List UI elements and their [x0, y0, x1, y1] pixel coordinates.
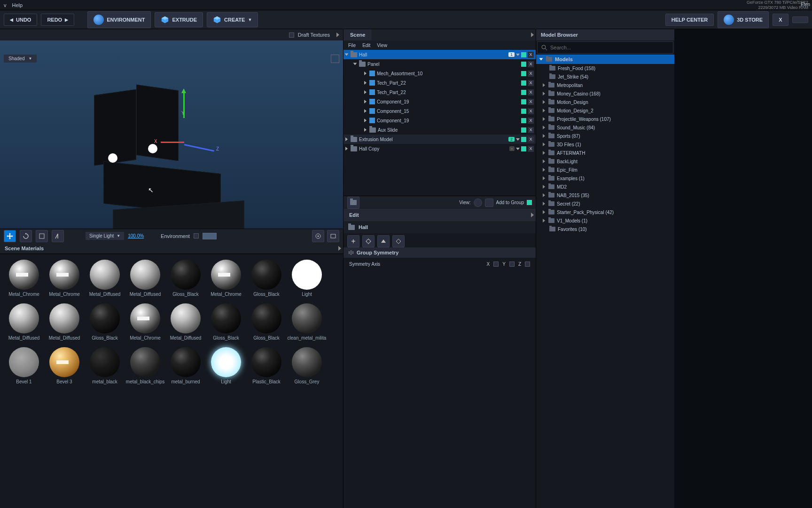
material-item[interactable]: Gloss_Black — [246, 303, 287, 341]
model-row[interactable]: BackLight — [536, 157, 674, 166]
scene-view-menu[interactable]: View — [377, 43, 387, 48]
material-item[interactable]: Gloss_Black — [206, 303, 246, 341]
diamond-tool-button[interactable] — [392, 235, 405, 247]
create-button[interactable]: CREATE▼ — [207, 12, 258, 27]
model-row[interactable]: Projectile_Weapons (107) — [536, 115, 674, 123]
expand-icon[interactable] — [364, 71, 367, 75]
extra-button[interactable] — [792, 16, 808, 23]
collapse-icon[interactable] — [531, 213, 534, 217]
view-mode-button[interactable] — [474, 198, 482, 207]
settings-tool-button[interactable] — [362, 235, 375, 247]
tree-row[interactable]: Tech_Part_22X — [344, 87, 536, 97]
expand-icon[interactable] — [543, 185, 545, 189]
extrude-button[interactable]: EXTRUDE — [155, 12, 203, 27]
expand-icon[interactable] — [543, 202, 545, 206]
model-row[interactable]: Epic_Film — [536, 166, 674, 174]
close-panel-button[interactable]: X — [773, 14, 789, 26]
environment-color-swatch[interactable] — [203, 233, 217, 239]
visibility-toggle[interactable] — [521, 109, 526, 114]
expand-icon[interactable] — [543, 83, 545, 87]
model-row[interactable]: Money_Casino (168) — [536, 89, 674, 98]
visibility-toggle[interactable] — [521, 71, 526, 76]
collapse-icon[interactable] — [338, 246, 341, 251]
3d-viewport[interactable]: Y X Z ↖ — [0, 40, 343, 229]
model-row[interactable]: Fresh_Food (158) — [536, 64, 674, 72]
delete-button[interactable]: X — [528, 118, 534, 124]
redo-button[interactable]: REDO▶ — [41, 14, 74, 26]
expand-icon[interactable] — [543, 168, 545, 172]
material-item[interactable]: Light — [287, 260, 327, 297]
expand-icon[interactable] — [364, 100, 367, 103]
model-row[interactable]: Motion_Design_2 — [536, 106, 674, 115]
delete-button[interactable]: X — [528, 80, 534, 86]
material-item[interactable]: Metal_Diffused — [4, 303, 44, 341]
tree-row[interactable]: Component_19X — [344, 97, 536, 106]
edit-panel-header[interactable]: Edit — [344, 209, 536, 221]
material-item[interactable]: Metal_Chrome — [4, 260, 44, 297]
expand-icon[interactable] — [543, 92, 545, 95]
material-item[interactable]: Metal_Diffused — [85, 260, 125, 297]
model-row[interactable]: Sound_Music (84) — [536, 123, 674, 132]
scale-tool-button[interactable] — [36, 230, 48, 242]
delete-button[interactable]: X — [528, 52, 534, 58]
material-item[interactable]: Metal_Chrome — [44, 260, 85, 297]
expand-icon[interactable] — [345, 137, 348, 141]
menu-view[interactable]: v — [4, 2, 7, 8]
camera-frame-button[interactable] — [327, 230, 339, 242]
dropdown-icon[interactable] — [516, 138, 520, 141]
tree-row-hall-copy[interactable]: Hall Copy -X — [344, 144, 536, 153]
visibility-toggle[interactable] — [521, 99, 526, 104]
expand-icon[interactable] — [543, 193, 545, 197]
add-tool-button[interactable]: + — [347, 235, 359, 247]
undo-button[interactable]: ◀UNDO — [4, 14, 37, 26]
view-mode-button[interactable] — [485, 198, 493, 207]
collapse-icon[interactable] — [531, 32, 534, 37]
material-item[interactable]: clean_metal_milita — [287, 303, 327, 341]
expand-icon[interactable] — [345, 54, 349, 56]
model-row[interactable]: Metropolitan — [536, 81, 674, 89]
dropdown-icon[interactable] — [516, 148, 520, 150]
model-row[interactable]: Secret (22) — [536, 199, 674, 208]
expand-icon[interactable] — [543, 151, 545, 155]
dropdown-icon[interactable] — [516, 54, 520, 56]
material-item[interactable]: Metal_Chrome — [206, 260, 246, 297]
model-row[interactable]: 3D Files (1) — [536, 140, 674, 149]
group-symmetry-header[interactable]: Group Symmetry — [344, 247, 536, 258]
tree-row[interactable]: Aux SlideX — [344, 125, 536, 135]
visibility-toggle[interactable] — [521, 137, 526, 142]
material-item[interactable]: Gloss_Black — [165, 260, 206, 297]
expand-icon[interactable] — [345, 147, 348, 151]
material-item[interactable]: Plastic_Black — [246, 347, 287, 384]
symmetry-z-checkbox[interactable] — [525, 262, 530, 267]
tree-row[interactable]: Tech_Part_22X — [344, 78, 536, 87]
transform-tool-button[interactable] — [377, 235, 390, 247]
material-item[interactable]: metal_black — [85, 347, 125, 384]
delete-button[interactable]: X — [528, 136, 534, 143]
expand-icon[interactable] — [543, 143, 545, 146]
material-item[interactable]: Gloss_Grey — [287, 347, 327, 384]
expand-icon[interactable] — [543, 176, 545, 180]
model-row[interactable]: Examples (1) — [536, 174, 674, 183]
material-item[interactable]: metal_burned — [165, 347, 206, 384]
material-item[interactable]: Gloss_Black — [85, 303, 125, 341]
delete-button[interactable]: X — [528, 99, 534, 105]
expand-icon[interactable] — [539, 58, 543, 61]
model-row[interactable]: Favorites (10) — [536, 225, 674, 233]
model-row[interactable]: NAB_2015 (35) — [536, 191, 674, 199]
fullscreen-icon[interactable] — [331, 55, 339, 63]
symmetry-y-checkbox[interactable] — [509, 262, 515, 267]
visibility-toggle[interactable] — [521, 80, 526, 86]
material-item[interactable]: Bevel 1 — [4, 347, 44, 384]
add-to-group-label[interactable]: Add to Group — [496, 200, 524, 205]
model-row[interactable]: Starter_Pack_Physical (42) — [536, 208, 674, 216]
delete-button[interactable]: X — [528, 127, 534, 133]
expand-icon[interactable] — [543, 100, 545, 104]
environment-button[interactable]: ENVIRONMENT — [87, 11, 151, 28]
model-row[interactable]: Jet_Strike (54) — [536, 72, 674, 81]
visibility-toggle[interactable] — [521, 90, 526, 95]
model-row[interactable]: MD2 — [536, 183, 674, 191]
lighting-dropdown[interactable]: Single Light▼ — [86, 232, 124, 240]
scene-edit-menu[interactable]: Edit — [362, 43, 370, 48]
draft-textures-checkbox[interactable] — [289, 32, 294, 38]
tree-row-hall[interactable]: Hall 1X — [344, 50, 536, 59]
